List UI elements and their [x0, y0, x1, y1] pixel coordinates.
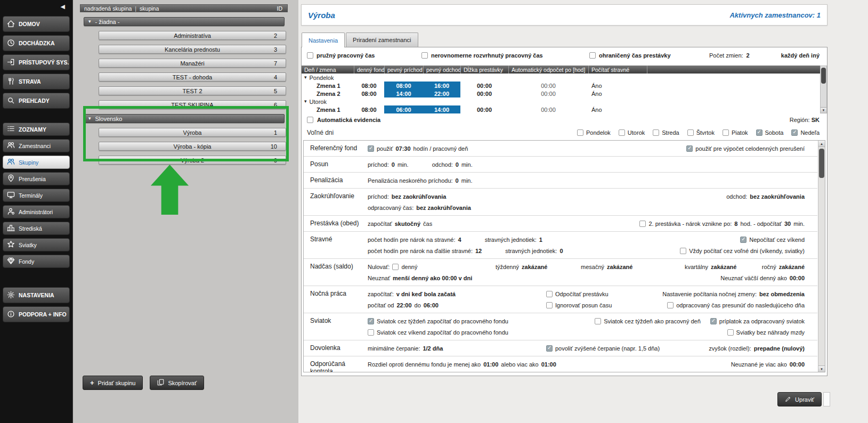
table-shift-row[interactable]: Zmena 2 08:00 14:00 22:00 00:00 00:00 Án…	[302, 90, 820, 97]
free-day-sobota-checkbox[interactable]	[756, 129, 762, 136]
table-shift-row[interactable]: Zmena 1 08:00 08:00 16:00 00:00 00:00 Án…	[302, 82, 820, 90]
tree-group-test-2[interactable]: TEST 2 5	[99, 86, 286, 95]
sidebar-item-domov[interactable]: DOMOV	[3, 16, 70, 32]
free-day-streda-checkbox[interactable]	[653, 129, 659, 136]
setting-text: hod. - odpočítať	[740, 221, 782, 227]
tree-group-vyroba[interactable]: Výroba 1	[99, 128, 286, 137]
no-meal-weekend-checkbox[interactable]	[740, 237, 747, 243]
copy-group-button[interactable]: Skopírovať	[150, 376, 204, 390]
holiday-no-wage-checkbox[interactable]	[727, 329, 734, 336]
setting-row-posun: Posun príchod: 0 min. odchod: 0 min.	[304, 157, 817, 173]
table-shift-row[interactable]: Zmena 1 08:00 06:00 14:00 00:00 00:00 Án…	[302, 105, 820, 113]
sidebar-item-podpora-info[interactable]: PODPORA + INFO	[3, 306, 70, 322]
tab-priradeni-zamestnanci[interactable]: Priradení zamestnanci	[346, 32, 418, 47]
uneven-time-checkbox[interactable]	[421, 52, 428, 59]
shift-fixed-in[interactable]: 14:00	[384, 90, 423, 97]
sidebar-item-terminaly[interactable]: Terminály	[3, 189, 70, 202]
sidebar-item-label: PODPORA + INFO	[19, 311, 67, 318]
auto-evidence-checkbox[interactable]	[307, 117, 313, 123]
auto-evidence-row: Automatická evidencia Región: SK	[302, 113, 827, 126]
shift-fixed-in[interactable]: 08:00	[384, 82, 423, 90]
shift-fixed-out[interactable]: 22:00	[423, 90, 460, 97]
sidebar-collapse-button[interactable]: ◀	[0, 0, 72, 13]
tree-group-label: TEST 2	[182, 88, 202, 94]
free-day-utorok-checkbox[interactable]	[619, 129, 625, 136]
free-day-stvrtok-checkbox[interactable]	[687, 129, 694, 136]
tree-group-test-dohoda[interactable]: TEST - dohoda 4	[99, 72, 286, 82]
sidebar-item-skupiny[interactable]: Skupiny	[3, 156, 70, 169]
settings-scrollbar[interactable]: ▲ ▼	[818, 141, 825, 372]
free-day-label: Sobota	[765, 129, 784, 136]
sidebar-item-label: Strediská	[19, 225, 42, 232]
tree-group-manazeri[interactable]: Manažéri 7	[99, 59, 286, 68]
table-scrollbar[interactable]: ▼	[820, 66, 827, 113]
tree-group-test-skupina[interactable]: TEST SKUPINA 6	[99, 100, 286, 109]
sidebar-item-dochadzka[interactable]: DOCHÁDZKA	[3, 35, 70, 51]
shift-fixed-out[interactable]: 16:00	[423, 82, 460, 90]
fullday-interrupt-checkbox[interactable]	[686, 145, 693, 152]
shift-fixed-out[interactable]: 14:00	[423, 105, 460, 113]
sidebar-item-zoznamy[interactable]: ZOZNAMY	[3, 123, 70, 136]
sidebar-item-strava[interactable]: STRAVA	[3, 74, 70, 90]
holiday-weekend-fond-checkbox[interactable]	[368, 329, 374, 336]
settings-scroll-down-button[interactable]: ▼	[818, 365, 825, 372]
shift-fixed-in[interactable]: 06:00	[384, 105, 423, 113]
table-day-row[interactable]: ▾ Pondelok	[302, 74, 820, 82]
setting-value: 4	[458, 237, 461, 243]
tree-group-vyroba-2[interactable]: Výroba 2 9	[99, 156, 286, 165]
settings-scrollbar-thumb[interactable]	[819, 149, 824, 178]
setting-label: Penalizácia	[304, 176, 368, 185]
bounded-break-checkbox[interactable]	[589, 52, 596, 59]
edit-button[interactable]: Upraviť	[777, 392, 822, 406]
tab-nastavenia[interactable]: Nastavenia	[302, 32, 345, 47]
always-count-free-days-checkbox[interactable]	[680, 248, 686, 254]
reset-daily-checkbox[interactable]	[392, 264, 399, 270]
tree-group-ziadna[interactable]: ▾ - žiadna -	[84, 17, 285, 26]
increased-vacation-checkbox[interactable]	[546, 345, 553, 352]
tree-group-label: TEST - dohoda	[173, 74, 212, 80]
sidebar-item-fondy[interactable]: Fondy	[3, 255, 70, 268]
tree-group-id: 3	[274, 46, 277, 53]
sidebar-item-nastavenia[interactable]: NASTAVENIA	[3, 287, 70, 303]
scrollbar-corner	[823, 392, 830, 406]
deduct-break-checkbox[interactable]	[546, 291, 553, 297]
sidebar-item-prerusenia[interactable]: Prerušenia	[3, 172, 70, 185]
free-day-nedela-checkbox[interactable]	[791, 129, 798, 136]
edit-button-label: Upraviť	[795, 396, 814, 403]
free-day-pondelok-checkbox[interactable]	[577, 129, 583, 136]
table-scrollbar-thumb[interactable]	[821, 68, 826, 84]
flexible-time-checkbox[interactable]	[307, 52, 313, 59]
setting-text: Sviatok cez víkend započítať do pracovné…	[377, 329, 508, 336]
add-group-button[interactable]: + Pridať skupinu	[83, 376, 143, 390]
settings-scroll-up-button[interactable]: ▲	[818, 141, 825, 147]
move-worked-time-checkbox[interactable]	[667, 302, 674, 308]
holiday-week-fond-checkbox[interactable]	[368, 318, 374, 324]
setting-text: Sviatok cez týždeň započítať do pracovné…	[377, 318, 508, 324]
clock-icon	[7, 39, 15, 48]
col-break-length: Dĺžka prestávky	[460, 66, 508, 74]
sidebar-item-zamestnanci[interactable]: Zamestnanci	[3, 139, 70, 152]
setting-text: Sviatok cez týždeň ako pracovný deň	[604, 318, 701, 324]
table-day-row[interactable]: ▾ Utorok	[302, 97, 820, 105]
setting-text: kvartálny	[685, 264, 708, 270]
tree-header-group-col: skupina	[140, 5, 159, 12]
ignore-dst-checkbox[interactable]	[546, 302, 553, 308]
tree-group-vyroba-kopia[interactable]: Výroba - kópia 10	[99, 142, 286, 151]
sidebar-item-prehlady[interactable]: PREHĽADY	[3, 93, 70, 109]
sidebar-item-administratori[interactable]: Administrátori	[3, 205, 70, 218]
table-scroll-down-button[interactable]: ▼	[821, 107, 826, 113]
second-break-checkbox[interactable]	[639, 221, 646, 227]
sidebar-item-strediska[interactable]: Strediská	[3, 222, 70, 235]
free-day-piatok-checkbox[interactable]	[723, 129, 729, 136]
free-days-label: Voľné dni	[307, 129, 334, 136]
setting-text: Vždy počítať cez voľné dni (víkendy, svi…	[689, 248, 805, 254]
holiday-bonus-checkbox[interactable]	[710, 318, 717, 324]
sidebar-item-pristupovy-system[interactable]: PRÍSTUPOVÝ SYS.	[3, 54, 70, 70]
tree-group-kancelaria-prednostu[interactable]: Kancelária prednostu 3	[99, 45, 286, 54]
tree-group-slovensko[interactable]: ▾ Slovensko	[84, 114, 285, 123]
tree-group-administrativa[interactable]: Administratíva 2	[99, 31, 286, 40]
sidebar-item-sviatky[interactable]: Sviatky	[3, 238, 70, 251]
shift-name: Zmena 1	[302, 82, 354, 90]
holiday-week-workday-checkbox[interactable]	[595, 318, 601, 324]
use-fond-checkbox[interactable]	[368, 145, 374, 152]
